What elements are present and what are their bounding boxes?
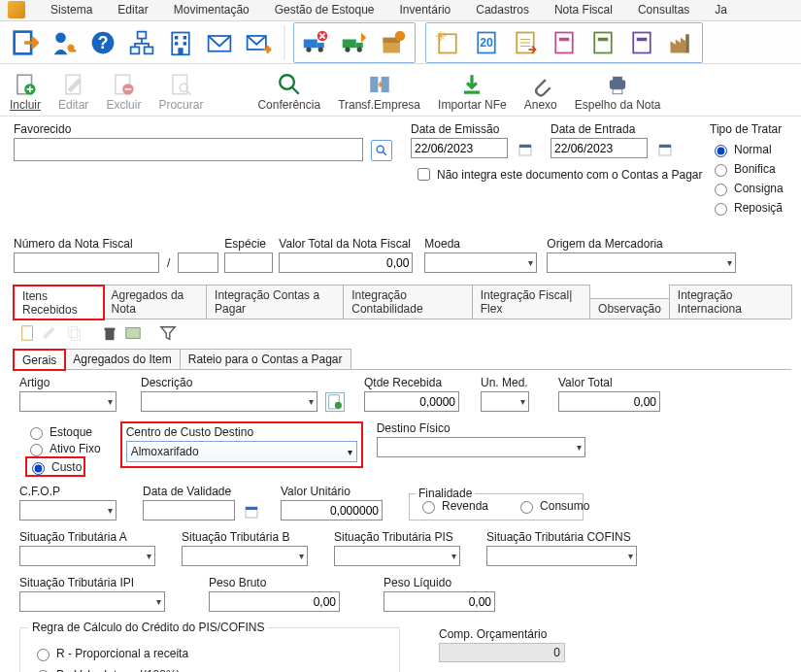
procurar-button[interactable]: Procurar [158,72,203,112]
origem-mercadoria-select[interactable]: ▾ [547,252,736,273]
user-key-icon[interactable] [47,25,82,60]
calendar-icon[interactable] [655,140,674,158]
menu-nota-fiscal[interactable]: Nota Fiscal [554,3,613,17]
regra-r-radio[interactable]: R - Proporcional a receita [32,646,387,661]
sit-trib-a-select[interactable]: ▾ [19,546,155,566]
data-emissao-input[interactable] [411,138,508,158]
importar-nfe-button[interactable]: Importar NFe [438,72,507,112]
edit-item-icon[interactable] [43,324,60,342]
finalidade-revenda-radio[interactable]: Revenda [417,498,488,514]
excluir-button[interactable]: Excluir [106,72,141,112]
editar-button[interactable]: Editar [58,72,88,112]
note-spark-icon[interactable] [430,25,465,60]
tab-integracao-internacional[interactable]: Integração Internaciona [669,285,792,319]
radio-custo[interactable]: Custo [27,458,82,475]
qtde-recebida-input[interactable] [364,391,459,412]
cfop-select[interactable]: ▾ [19,500,117,521]
tab-integracao-contabilidade[interactable]: Integração Contabilidade [343,285,473,319]
svg-line-60 [383,151,386,155]
org-chart-icon[interactable] [124,25,159,60]
note-purple-icon[interactable] [624,25,659,60]
radio-ativo-fixo[interactable]: Ativo Fixo [25,440,101,456]
descricao-detail-icon[interactable] [325,392,345,412]
new-item-icon[interactable] [19,324,37,342]
espelho-nota-button[interactable]: Espelho da Nota [575,72,661,112]
data-entrada-input[interactable] [551,138,648,158]
delete-item-icon[interactable] [101,324,118,342]
destino-fisico-select[interactable]: ▾ [377,437,585,457]
toolbar-icons: ? 20 [0,21,801,64]
tipo-bonificacao-radio[interactable]: Bonifica [710,161,784,177]
un-med-select[interactable]: ▾ [481,391,529,412]
regra-p-radio[interactable]: P - Valor Integral(100%) [32,667,387,672]
tab-agregados-nota[interactable]: Agregados da Nota [103,285,208,319]
mail-icon[interactable] [202,25,237,60]
menu-editar[interactable]: Editar [117,3,148,17]
peso-bruto-input[interactable] [209,591,340,612]
menu-sistema[interactable]: Sistema [50,3,92,17]
moeda-select[interactable]: ▾ [424,252,537,273]
calendar-icon[interactable] [516,140,534,158]
building-icon[interactable] [163,25,198,60]
menu-inventario[interactable]: Inventário [400,3,451,17]
note-badge-icon[interactable]: 20 [469,25,504,60]
box-gear-icon[interactable] [376,25,411,60]
conferencia-button[interactable]: Conferência [257,72,320,112]
tab-itens-recebidos[interactable]: Itens Recebidos [14,286,104,319]
toolbar-group-2: 20 [425,22,703,63]
sit-trib-cofins-select[interactable]: ▾ [486,546,637,566]
centro-custo-select[interactable]: Almoxarifado ▾ [126,441,357,462]
valor-total-nf-input[interactable] [279,252,413,273]
valor-unitario-input[interactable] [281,500,383,521]
tipo-reposicao-radio[interactable]: Reposiçã [710,200,784,216]
menu-consultas[interactable]: Consultas [638,3,689,17]
help-icon[interactable]: ? [85,25,120,60]
factory-icon[interactable] [663,25,698,60]
peso-liquido-input[interactable] [384,591,495,612]
subtab-gerais[interactable]: Gerais [14,350,65,370]
especie-input[interactable] [224,252,273,273]
menu-cadastros[interactable]: Cadastros [476,3,529,17]
image-item-icon[interactable] [124,324,142,342]
copy-item-icon[interactable] [66,324,83,342]
item-valor-total-input[interactable] [558,391,660,412]
exit-icon[interactable] [8,25,43,60]
subtab-agregados-item[interactable]: Agregados do Item [64,349,180,369]
svg-point-72 [335,402,342,409]
menu-gestao-estoque[interactable]: Gestão de Estoque [275,3,375,17]
calendar-icon[interactable] [243,502,259,521]
menu-ja[interactable]: Ja [715,3,727,17]
tipo-normal-radio[interactable]: Normal [710,142,784,157]
tab-integracao-fiscal-flex[interactable]: Integração Fiscal| Flex [472,285,590,319]
sit-trib-ipi-select[interactable]: ▾ [19,591,165,612]
radio-estoque[interactable]: Estoque [25,423,101,440]
descricao-select[interactable]: ▾ [141,391,317,412]
favorecido-search-icon[interactable] [371,140,392,161]
favorecido-input[interactable] [14,138,363,161]
note-lines-icon[interactable] [508,25,543,60]
transf-empresa-button[interactable]: Transf.Empresa [338,72,420,112]
truck-cancel-icon[interactable] [298,25,333,60]
nao-integra-checkbox[interactable] [417,168,430,181]
incluir-button[interactable]: Incluir [10,72,41,112]
centro-custo-box: Centro de Custo Destino Almoxarifado ▾ [120,421,363,468]
sit-trib-b-select[interactable]: ▾ [182,546,308,566]
finalidade-consumo-radio[interactable]: Consumo [516,498,589,514]
filter-icon[interactable] [159,324,177,342]
subtab-rateio-contas-pagar[interactable]: Rateio para o Contas a Pagar [180,349,351,369]
tab-integracao-contas-pagar[interactable]: Integração Contas a Pagar [206,285,344,319]
tipo-consignacao-radio[interactable]: Consigna [710,181,784,196]
svg-rect-69 [105,328,116,331]
note-green-icon[interactable] [585,25,620,60]
numero-nf-input[interactable] [14,252,159,273]
artigo-select[interactable]: ▾ [19,391,117,412]
tab-observacao[interactable]: Observação [589,298,670,319]
mail-send-icon[interactable] [241,25,276,60]
note-pink-icon[interactable] [547,25,582,60]
data-validade-input[interactable] [143,500,235,521]
truck-go-icon[interactable] [337,25,372,60]
anexo-button[interactable]: Anexo [524,72,557,112]
menu-movimentacao[interactable]: Movimentação [174,3,250,17]
numero-nf-serie-input[interactable] [178,252,218,273]
sit-trib-pis-select[interactable]: ▾ [334,546,460,566]
